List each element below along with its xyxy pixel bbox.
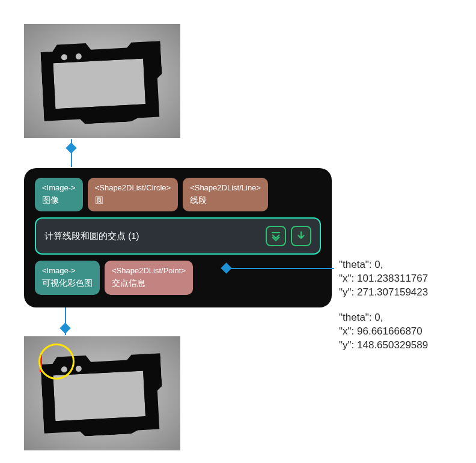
port-type: <Shape2DList/Circle> xyxy=(95,183,171,193)
port-label: 图像 xyxy=(42,195,76,206)
port-label: 线段 xyxy=(190,195,261,206)
output-port-point[interactable]: <Shape2DList/Point> 交点信息 xyxy=(105,261,193,294)
output-image-thumbnail xyxy=(24,336,180,450)
connector-line xyxy=(228,268,334,269)
input-image-thumbnail xyxy=(24,24,180,138)
port-label: 交点信息 xyxy=(112,277,186,289)
port-type: <Image-> xyxy=(42,265,93,276)
run-icon xyxy=(296,231,307,241)
point-theta: "theta": 0, xyxy=(339,311,428,325)
point-info-1: "theta": 0, "x": 96.661666870 "y": 148.6… xyxy=(339,311,428,353)
connector-line xyxy=(65,307,66,335)
node-panel: <Image-> 图像 <Shape2DList/Circle> 圆 <Shap… xyxy=(24,168,332,307)
port-type: <Shape2DList/Line> xyxy=(190,183,261,193)
point-x: "x": 96.661666870 xyxy=(339,325,428,339)
node-title: 计算线段和圆的交点 (1) xyxy=(44,231,139,242)
expand-icon xyxy=(270,231,281,241)
expand-button[interactable] xyxy=(266,226,286,246)
part-silhouette xyxy=(40,36,164,126)
point-y: "y": 271.307159423 xyxy=(339,286,428,300)
port-type: <Image-> xyxy=(42,183,76,193)
point-y: "y": 148.650329589 xyxy=(339,339,428,353)
run-button[interactable] xyxy=(291,226,311,246)
output-port-image[interactable]: <Image-> 可视化彩色图 xyxy=(35,261,100,294)
output-port-row: <Image-> 可视化彩色图 <Shape2DList/Point> 交点信息 xyxy=(35,261,321,294)
input-port-image[interactable]: <Image-> 图像 xyxy=(35,178,83,211)
input-port-circle[interactable]: <Shape2DList/Circle> 圆 xyxy=(88,178,178,211)
node-button-group xyxy=(266,226,311,246)
port-type: <Shape2DList/Point> xyxy=(112,265,186,276)
detected-circle-marker xyxy=(38,343,75,380)
point-x: "x": 101.238311767 xyxy=(339,272,428,286)
point-info-0: "theta": 0, "x": 101.238311767 "y": 271.… xyxy=(339,258,428,300)
port-label: 圆 xyxy=(95,195,171,206)
input-port-row: <Image-> 图像 <Shape2DList/Circle> 圆 <Shap… xyxy=(35,178,321,211)
point-theta: "theta": 0, xyxy=(339,258,428,272)
port-label: 可视化彩色图 xyxy=(42,277,93,289)
input-port-line[interactable]: <Shape2DList/Line> 线段 xyxy=(183,178,268,211)
connector-diamond xyxy=(66,142,76,153)
node-body[interactable]: 计算线段和圆的交点 (1) xyxy=(35,217,321,255)
